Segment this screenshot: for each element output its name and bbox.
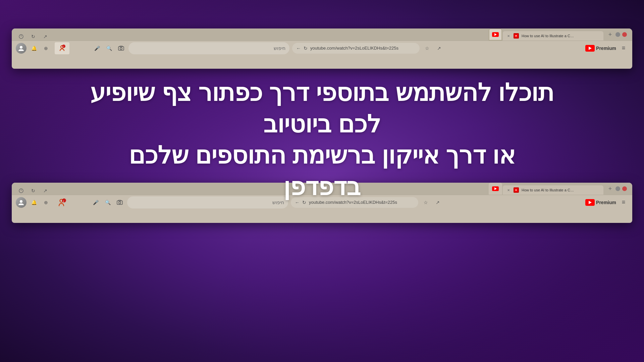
svg-point-2 xyxy=(20,46,22,49)
tab-bar-top: ↻ ↗ ✕ How to use AI to Illustrate a C… + xyxy=(12,28,632,41)
svg-point-11 xyxy=(20,200,22,203)
create-button-top[interactable]: ⊕ xyxy=(41,44,51,53)
avatar-inner-top xyxy=(16,43,26,54)
avatar-inner-bottom xyxy=(16,197,26,208)
yt-premium-area-top: Premium xyxy=(585,45,616,52)
url-text-top: youtube.com/watch?v=2sLoELIKDHs&t=225s xyxy=(310,46,416,51)
user-avatar-top[interactable] xyxy=(16,43,26,54)
main-text-overlay: תוכלו להשתמש בתוספי דרך כפתור צף שיופיע … xyxy=(87,77,557,202)
reload-addr-icon-top[interactable]: ↻ xyxy=(304,46,308,51)
refresh-icon[interactable]: ↻ xyxy=(29,33,37,41)
yt-logo-icon-bottom xyxy=(585,199,595,206)
share-icon[interactable]: ↗ xyxy=(41,33,49,41)
tab-left-spacer: ↻ ↗ xyxy=(14,33,487,41)
pin-icon-bottom[interactable] xyxy=(17,187,25,195)
tab-right-controls-bottom xyxy=(615,186,630,191)
refresh-icon-bottom[interactable]: ↻ xyxy=(29,187,37,195)
active-tab-top[interactable]: ✕ How to use AI to Illustrate a C… xyxy=(503,31,603,41)
hamburger-menu-top[interactable]: ≡ xyxy=(619,44,628,53)
notification-bell-bottom[interactable]: 🔔 xyxy=(29,198,39,207)
back-addr-icon-top[interactable]: ← xyxy=(296,46,301,51)
yt-favicon-top xyxy=(492,32,499,37)
hebrew-text-line2: או דרך אייקון ברשימת התוספים שלכם בדפדפן xyxy=(87,140,557,202)
svg-text:!: ! xyxy=(63,46,63,48)
user-avatar-bottom[interactable] xyxy=(16,197,26,208)
svg-text:!: ! xyxy=(63,200,64,203)
pin-icon[interactable] xyxy=(17,33,25,41)
svg-point-8 xyxy=(120,48,122,50)
tab-right-controls-top xyxy=(615,32,630,37)
camera-button-top[interactable] xyxy=(116,44,126,53)
pinned-tab-top[interactable] xyxy=(489,28,502,41)
yt-logo-icon-top xyxy=(585,45,595,52)
new-tab-button-bottom[interactable]: + xyxy=(605,184,615,193)
minimize-button-bottom[interactable] xyxy=(615,186,620,191)
yt-premium-text-top: Premium xyxy=(596,46,616,51)
tab-title-top: How to use AI to Illustrate a C… xyxy=(522,34,600,38)
browser-window-top: ↻ ↗ ✕ How to use AI to Illustrate a C… + xyxy=(12,28,632,69)
tab-favicon-top xyxy=(514,33,519,39)
yt-logo-bottom[interactable]: Premium xyxy=(585,199,616,206)
address-bar-top[interactable]: youtube.com/watch?v=2sLoELIKDHs&t=225s ↻… xyxy=(292,43,420,54)
extension-pinned-icon-top[interactable]: ! xyxy=(55,42,69,54)
extension-floating-icon-bottom[interactable]: ! xyxy=(56,196,68,208)
nav-bar-top: 🔔 ⊕ ! 🎤 🔍 חיפוש xyxy=(12,41,632,55)
search-bar-top[interactable]: חיפוש xyxy=(128,42,289,54)
yt-premium-area-bottom: Premium xyxy=(585,199,616,206)
create-button-bottom[interactable]: ⊕ xyxy=(41,198,51,207)
share-button-top[interactable]: ↗ xyxy=(434,44,444,53)
share-icon-bottom[interactable]: ↗ xyxy=(41,187,49,195)
yt-premium-text-bottom: Premium xyxy=(596,200,616,205)
bookmark-button-top[interactable]: ☆ xyxy=(422,44,432,53)
yt-logo-top[interactable]: Premium xyxy=(585,45,616,52)
mic-button-top[interactable]: 🎤 xyxy=(92,44,102,53)
search-placeholder-top: חיפוש xyxy=(132,46,285,51)
search-button-top[interactable]: 🔍 xyxy=(104,44,114,53)
hebrew-text-line1: תוכלו להשתמש בתוספי דרך כפתור צף שיופיע … xyxy=(87,77,557,140)
new-tab-button-top[interactable]: + xyxy=(605,30,615,39)
close-button-top[interactable] xyxy=(622,32,627,37)
hamburger-menu-bottom[interactable]: ≡ xyxy=(619,198,628,207)
close-button-bottom[interactable] xyxy=(622,186,627,191)
notification-bell-top[interactable]: 🔔 xyxy=(29,44,39,53)
tab-close-button-top[interactable]: ✕ xyxy=(506,34,511,38)
minimize-button-top[interactable] xyxy=(615,32,620,37)
svg-point-13 xyxy=(62,198,66,202)
